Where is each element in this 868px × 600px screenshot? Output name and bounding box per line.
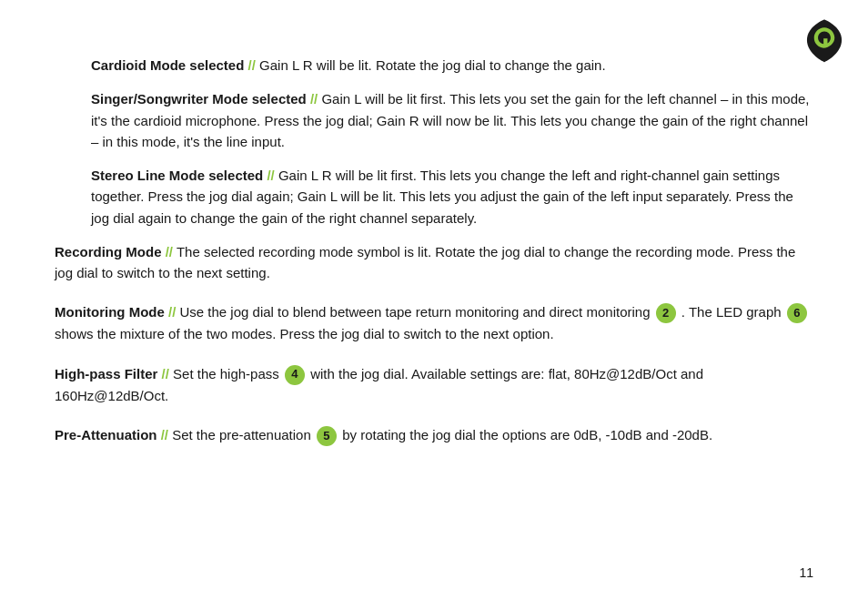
section-recording: Recording Mode // The selected recording… bbox=[55, 241, 813, 284]
singer-separator: // bbox=[310, 91, 318, 107]
singer-paragraph: Singer/Songwriter Mode selected // Gain … bbox=[91, 88, 813, 152]
highpass-label: High-pass Filter bbox=[55, 366, 157, 381]
section-stereo: Stereo Line Mode selected // Gain L R wi… bbox=[91, 165, 813, 229]
section-monitoring: Monitoring Mode // Use the jog dial to b… bbox=[55, 301, 813, 344]
preattenuation-text-before: Set the pre-attenuation bbox=[172, 427, 315, 442]
stereo-paragraph: Stereo Line Mode selected // Gain L R wi… bbox=[91, 165, 813, 229]
cardioid-paragraph: Cardioid Mode selected // Gain L R will … bbox=[91, 55, 813, 76]
stereo-label: Stereo Line Mode selected bbox=[91, 168, 263, 183]
highpass-badge-4: 4 bbox=[285, 365, 305, 385]
section-cardioid: Cardioid Mode selected // Gain L R will … bbox=[91, 55, 813, 76]
preattenuation-separator: // bbox=[161, 427, 168, 442]
monitoring-paragraph: Monitoring Mode // Use the jog dial to b… bbox=[55, 301, 813, 344]
preattenuation-paragraph: Pre-Attenuation // Set the pre-attenuati… bbox=[55, 424, 813, 446]
section-highpass: High-pass Filter // Set the high-pass 4 … bbox=[55, 363, 813, 406]
page-container: Cardioid Mode selected // Gain L R will … bbox=[0, 0, 868, 600]
preattenuation-badge-5: 5 bbox=[317, 426, 337, 446]
preattenuation-label: Pre-Attenuation bbox=[55, 427, 157, 442]
cardioid-text: Gain L R will be lit. Rotate the jog dia… bbox=[259, 57, 606, 73]
monitoring-badge-2: 2 bbox=[656, 303, 676, 323]
recording-separator: // bbox=[166, 244, 173, 259]
cardioid-label: Cardioid Mode selected bbox=[91, 57, 244, 73]
cardioid-separator: // bbox=[248, 57, 256, 73]
highpass-separator: // bbox=[162, 366, 169, 381]
section-singer: Singer/Songwriter Mode selected // Gain … bbox=[91, 88, 813, 152]
singer-label: Singer/Songwriter Mode selected bbox=[91, 91, 307, 107]
monitoring-label: Monitoring Mode bbox=[55, 304, 165, 320]
content-area: Cardioid Mode selected // Gain L R will … bbox=[55, 55, 813, 446]
page-number: 11 bbox=[799, 565, 813, 580]
monitoring-badge-6: 6 bbox=[787, 303, 807, 323]
stereo-separator: // bbox=[267, 168, 274, 183]
highpass-text-before: Set the high-pass bbox=[173, 366, 283, 381]
section-preattenuation: Pre-Attenuation // Set the pre-attenuati… bbox=[55, 424, 813, 446]
recording-paragraph: Recording Mode // The selected recording… bbox=[55, 241, 813, 284]
recording-label: Recording Mode bbox=[55, 244, 162, 259]
monitoring-separator: // bbox=[168, 304, 176, 320]
monitoring-text-before: Use the jog dial to blend between tape r… bbox=[180, 304, 654, 320]
monitoring-text-middle: . The LED graph bbox=[681, 304, 785, 320]
preattenuation-text-after: by rotating the jog dial the options are… bbox=[342, 427, 712, 442]
monitoring-text-after: shows the mixture of the two modes. Pres… bbox=[55, 326, 554, 341]
highpass-paragraph: High-pass Filter // Set the high-pass 4 … bbox=[55, 363, 813, 406]
